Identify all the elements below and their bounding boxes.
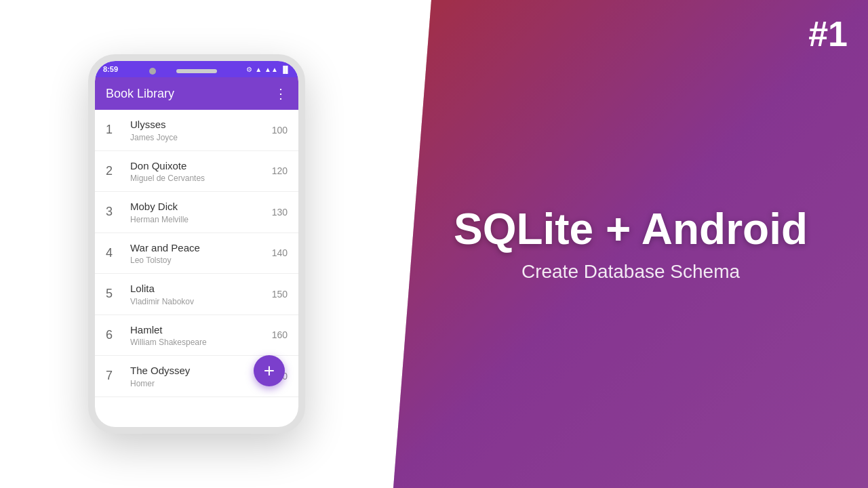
item-title: War and Peace bbox=[130, 241, 272, 255]
item-title: Lolita bbox=[130, 282, 272, 296]
more-options-icon[interactable]: ⋮ bbox=[274, 85, 288, 102]
status-time: 8:59 bbox=[103, 65, 118, 73]
app-bar-title: Book Library bbox=[106, 87, 174, 101]
item-number: 2 bbox=[106, 164, 122, 178]
item-info: Hamlet William Shakespeare bbox=[130, 323, 272, 348]
item-number: 1 bbox=[106, 123, 122, 137]
item-pages: 150 bbox=[272, 289, 288, 300]
phone-mockup: 8:59 ⚙ ▲ ▲▲ ▐▌ Book Library ⋮ 1 bbox=[88, 54, 305, 434]
right-content: SQLite + Android Create Database Schema bbox=[440, 192, 821, 296]
item-pages: 140 bbox=[272, 247, 288, 258]
wifi-icon: ▲ bbox=[255, 66, 262, 73]
item-title: Moby Dick bbox=[130, 200, 272, 214]
item-info: War and Peace Leo Tolstoy bbox=[130, 241, 272, 266]
item-info: Don Quixote Miguel de Cervantes bbox=[130, 159, 272, 184]
item-number: 7 bbox=[106, 369, 122, 383]
item-number: 5 bbox=[106, 287, 122, 301]
signal-icon: ▲▲ bbox=[264, 66, 278, 73]
item-info: Lolita Vladimir Nabokov bbox=[130, 282, 272, 306]
episode-badge: #1 bbox=[808, 14, 848, 54]
left-panel: 8:59 ⚙ ▲ ▲▲ ▐▌ Book Library ⋮ 1 bbox=[0, 0, 393, 488]
item-number: 4 bbox=[106, 246, 122, 260]
item-author: Vladimir Nabokov bbox=[130, 297, 272, 306]
list-item[interactable]: 6 Hamlet William Shakespeare 160 bbox=[95, 315, 298, 357]
sub-title: Create Database Schema bbox=[454, 261, 808, 283]
item-title: Don Quixote bbox=[130, 159, 272, 173]
phone-body: 8:59 ⚙ ▲ ▲▲ ▐▌ Book Library ⋮ 1 bbox=[88, 54, 305, 434]
item-info: Ulysses James Joyce bbox=[130, 118, 272, 142]
list-item[interactable]: 2 Don Quixote Miguel de Cervantes 120 bbox=[95, 151, 298, 192]
item-info: Moby Dick Herman Melville bbox=[130, 200, 272, 224]
item-title: The Odyssey bbox=[130, 364, 272, 378]
phone-speaker bbox=[176, 69, 217, 73]
gear-icon: ⚙ bbox=[246, 66, 252, 73]
item-number: 3 bbox=[106, 205, 122, 219]
item-pages: 130 bbox=[272, 207, 288, 218]
list-item[interactable]: 5 Lolita Vladimir Nabokov 150 bbox=[95, 274, 298, 315]
item-author: William Shakespeare bbox=[130, 338, 272, 347]
item-pages: 120 bbox=[272, 165, 288, 176]
item-author: Herman Melville bbox=[130, 215, 272, 224]
battery-icon: ▐▌ bbox=[281, 66, 290, 73]
item-number: 6 bbox=[106, 328, 122, 342]
phone-camera bbox=[149, 68, 156, 75]
item-info: The Odyssey Homer bbox=[130, 364, 272, 388]
item-author: Leo Tolstoy bbox=[130, 256, 272, 265]
add-icon: + bbox=[264, 361, 275, 380]
list-item[interactable]: 3 Moby Dick Herman Melville 130 bbox=[95, 192, 298, 233]
list-item[interactable]: 4 War and Peace Leo Tolstoy 140 bbox=[95, 233, 298, 274]
item-title: Ulysses bbox=[130, 118, 272, 131]
status-icons: ⚙ ▲ ▲▲ ▐▌ bbox=[246, 66, 290, 73]
phone-screen: 8:59 ⚙ ▲ ▲▲ ▐▌ Book Library ⋮ 1 bbox=[95, 61, 298, 427]
item-pages: 160 bbox=[272, 329, 288, 340]
item-author: James Joyce bbox=[130, 133, 272, 142]
item-author: Miguel de Cervantes bbox=[130, 174, 272, 183]
item-title: Hamlet bbox=[130, 323, 272, 337]
list-item[interactable]: 1 Ulysses James Joyce 100 bbox=[95, 110, 298, 151]
item-pages: 100 bbox=[272, 125, 288, 136]
right-panel: #1 SQLite + Android Create Database Sche… bbox=[393, 0, 868, 488]
main-title: SQLite + Android bbox=[454, 205, 808, 253]
item-author: Homer bbox=[130, 379, 272, 388]
app-bar: Book Library ⋮ bbox=[95, 77, 298, 110]
add-book-button[interactable]: + bbox=[254, 355, 285, 386]
